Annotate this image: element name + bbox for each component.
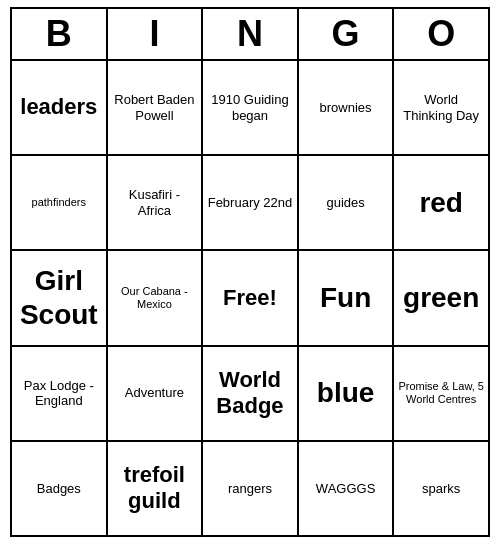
bingo-cell-0-3: brownies — [299, 61, 395, 154]
header-letter-o: O — [394, 9, 488, 59]
bingo-cell-3-1: Adventure — [108, 347, 204, 440]
header-letter-n: N — [203, 9, 299, 59]
bingo-cell-3-4: Promise & Law, 5 World Centres — [394, 347, 488, 440]
bingo-row-3: Pax Lodge - EnglandAdventureWorld Badgeb… — [12, 347, 488, 442]
bingo-cell-0-0: leaders — [12, 61, 108, 154]
bingo-cell-2-1: Our Cabana - Mexico — [108, 251, 204, 344]
bingo-cell-4-0: Badges — [12, 442, 108, 535]
bingo-cell-4-2: rangers — [203, 442, 299, 535]
bingo-cell-2-3: Fun — [299, 251, 395, 344]
bingo-row-1: pathfindersKusafiri - AfricaFebruary 22n… — [12, 156, 488, 251]
bingo-cell-4-3: WAGGGS — [299, 442, 395, 535]
bingo-cell-3-3: blue — [299, 347, 395, 440]
bingo-body: leadersRobert Baden Powell1910 Guiding b… — [12, 61, 488, 535]
bingo-cell-4-4: sparks — [394, 442, 488, 535]
bingo-cell-4-1: trefoil guild — [108, 442, 204, 535]
bingo-cell-1-2: February 22nd — [203, 156, 299, 249]
bingo-cell-3-0: Pax Lodge - England — [12, 347, 108, 440]
bingo-cell-0-2: 1910 Guiding began — [203, 61, 299, 154]
bingo-cell-0-4: World Thinking Day — [394, 61, 488, 154]
bingo-cell-2-4: green — [394, 251, 488, 344]
bingo-row-4: Badgestrefoil guildrangersWAGGGSsparks — [12, 442, 488, 535]
bingo-cell-3-2: World Badge — [203, 347, 299, 440]
bingo-row-0: leadersRobert Baden Powell1910 Guiding b… — [12, 61, 488, 156]
bingo-row-2: Girl ScoutOur Cabana - MexicoFree!Fungre… — [12, 251, 488, 346]
bingo-card: BINGO leadersRobert Baden Powell1910 Gui… — [10, 7, 490, 537]
bingo-header: BINGO — [12, 9, 488, 61]
bingo-cell-2-0: Girl Scout — [12, 251, 108, 344]
bingo-cell-1-3: guides — [299, 156, 395, 249]
header-letter-i: I — [108, 9, 204, 59]
bingo-cell-1-4: red — [394, 156, 488, 249]
bingo-cell-0-1: Robert Baden Powell — [108, 61, 204, 154]
bingo-cell-1-0: pathfinders — [12, 156, 108, 249]
bingo-cell-2-2: Free! — [203, 251, 299, 344]
bingo-cell-1-1: Kusafiri - Africa — [108, 156, 204, 249]
header-letter-b: B — [12, 9, 108, 59]
header-letter-g: G — [299, 9, 395, 59]
